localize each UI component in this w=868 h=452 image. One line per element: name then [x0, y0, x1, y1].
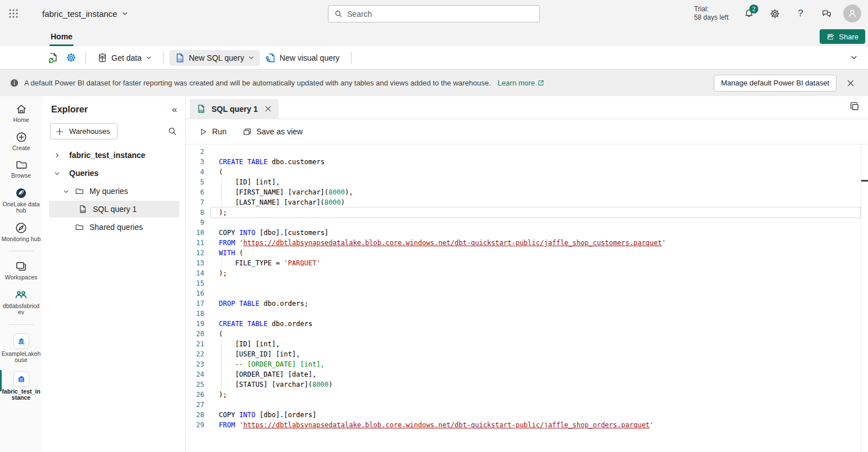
save-as-view-button[interactable]: Save as view — [237, 124, 308, 140]
line-number: 28 — [186, 410, 204, 420]
code-text: FILE_TYPE = 'PARQUET' — [219, 258, 321, 268]
line-number: 16 — [186, 288, 204, 299]
code-line-23[interactable]: 23 -- [ORDER_DATE] [int], — [186, 359, 868, 369]
tab-close-button[interactable] — [263, 104, 273, 114]
code-line-9[interactable]: 9 — [186, 218, 868, 228]
onelake-icon — [15, 187, 28, 200]
banner-close-button[interactable] — [842, 75, 859, 92]
save-as-view-icon — [242, 127, 252, 137]
code-line-10[interactable]: 10COPY INTO [dbo].[customers] — [186, 228, 868, 238]
feedback-button[interactable] — [817, 4, 835, 22]
line-number: 22 — [186, 349, 204, 359]
nav-browse[interactable]: Browse — [0, 159, 42, 179]
code-line-13[interactable]: 13 FILE_TYPE = 'PARQUET' — [186, 258, 868, 268]
workspaces-icon — [15, 260, 28, 273]
waffle-menu-icon[interactable] — [0, 0, 27, 27]
query-editor-area: SQL SQL query 1 — [186, 96, 868, 452]
sql-file-icon: SQL — [78, 205, 87, 214]
editor-scrollbar[interactable] — [861, 144, 868, 452]
tree-item-warehouse-root[interactable]: fabric_test_instance — [42, 146, 185, 164]
account-avatar[interactable] — [843, 4, 861, 22]
people-icon — [15, 288, 28, 301]
tab-sql-query-1[interactable]: SQL SQL query 1 — [190, 99, 278, 119]
collapse-panel-icon[interactable]: « — [172, 104, 177, 115]
nav-onelake-data-hub[interactable]: OneLake data hub — [0, 187, 42, 214]
new-visual-query-button[interactable]: New visual query — [260, 50, 345, 66]
code-line-20[interactable]: 20( — [186, 329, 868, 339]
collapse-ribbon-button[interactable] — [850, 53, 858, 61]
nav-item-fabric-test-instance[interactable]: fabric_test_instance — [0, 371, 42, 401]
code-line-4[interactable]: 4( — [186, 167, 868, 177]
nav-home[interactable]: Home — [0, 103, 42, 124]
code-line-17[interactable]: 17DROP TABLE dbo.orders; — [186, 299, 868, 309]
code-line-28[interactable]: 28COPY INTO [dbo].[orders] — [186, 410, 868, 420]
nav-workspace-dbtlabsfabricdev[interactable]: dbtlabsfabricdev — [0, 288, 42, 316]
tree-item-queries[interactable]: Queries — [42, 164, 185, 182]
code-line-16[interactable]: 16 — [186, 288, 868, 299]
code-text: ); — [219, 268, 227, 278]
left-nav-rail: Home Create Browse OneLake data hub — [0, 96, 42, 452]
code-line-27[interactable]: 27 — [186, 400, 868, 410]
nav-item-examplelakehouse[interactable]: ExampleLakehouse — [0, 333, 42, 364]
chevron-right-icon — [54, 152, 60, 159]
code-line-22[interactable]: 22 [USER_ID] [int], — [186, 349, 868, 359]
play-icon — [199, 128, 208, 136]
ribbon-settings-button[interactable] — [62, 49, 80, 66]
new-sql-query-button[interactable]: SQL New SQL query — [169, 50, 260, 66]
code-line-8[interactable]: 8); — [186, 207, 868, 218]
tab-home[interactable]: Home — [46, 27, 77, 46]
code-line-3[interactable]: 3CREATE TABLE dbo.customers — [186, 157, 868, 167]
nav-monitoring-hub[interactable]: Monitoring hub — [0, 222, 42, 243]
code-line-19[interactable]: 19CREATE TABLE dbo.orders — [186, 319, 868, 329]
code-line-26[interactable]: 26); — [186, 390, 868, 400]
nav-workspaces[interactable]: Workspaces — [0, 260, 42, 281]
refresh-report-button[interactable] — [44, 49, 62, 66]
manage-dataset-button[interactable]: Manage default Power BI dataset — [714, 75, 836, 92]
copy-button[interactable] — [849, 101, 860, 112]
code-line-11[interactable]: 11FROM 'https://dbtlabsynapsedatalake.bl… — [186, 238, 868, 248]
code-line-24[interactable]: 24 [ORDER_DATE] [date], — [186, 369, 868, 379]
folder-icon — [75, 223, 84, 232]
code-line-18[interactable]: 18 — [186, 309, 868, 319]
notifications-button[interactable]: 2 — [740, 4, 758, 22]
code-line-6[interactable]: 6 [FIRST_NAME] [varchar](8000), — [186, 187, 868, 197]
tree-item-shared-queries[interactable]: Shared queries — [42, 218, 185, 236]
line-number: 5 — [186, 177, 204, 187]
workspace-selector[interactable]: fabric_test_instance — [42, 9, 128, 19]
add-warehouses-button[interactable]: Warehouses — [50, 123, 118, 139]
info-icon — [10, 79, 19, 87]
lakehouse-icon — [14, 333, 29, 349]
code-line-5[interactable]: 5 [ID] [int], — [186, 177, 868, 187]
global-search[interactable] — [328, 5, 540, 22]
code-line-29[interactable]: 29FROM 'https://dbtlabsynapsedatalake.bl… — [186, 420, 868, 430]
code-text: ); — [219, 207, 227, 218]
help-button[interactable]: ? — [791, 4, 809, 22]
code-line-2[interactable]: 2 — [186, 147, 868, 157]
line-number: 29 — [186, 420, 204, 430]
code-line-7[interactable]: 7 [LAST_NAME] [varchar](8000) — [186, 197, 868, 207]
dataset-info-banner: A default Power BI dataset for faster re… — [0, 70, 868, 96]
explorer-search-button[interactable] — [168, 126, 177, 136]
code-line-21[interactable]: 21 [ID] [int], — [186, 339, 868, 349]
code-line-25[interactable]: 25 [STATUS] [varchar](8000) — [186, 379, 868, 390]
tree-item-sql-query-1[interactable]: SQL SQL query 1 — [42, 200, 185, 218]
line-number: 25 — [186, 379, 204, 390]
nav-create[interactable]: Create — [0, 131, 42, 152]
plus-icon — [56, 128, 64, 135]
code-line-12[interactable]: 12WITH ( — [186, 248, 868, 258]
code-line-14[interactable]: 14); — [186, 268, 868, 278]
share-icon — [826, 33, 835, 41]
tree-item-my-queries[interactable]: My queries — [42, 182, 185, 200]
sql-code-editor[interactable]: 23CREATE TABLE dbo.customers4(5 [ID] [in… — [186, 144, 868, 452]
search-input[interactable] — [347, 10, 534, 19]
line-number: 9 — [186, 218, 204, 228]
chevron-down-icon — [146, 55, 152, 61]
settings-button[interactable] — [766, 4, 784, 22]
learn-more-link[interactable]: Learn more — [498, 79, 545, 87]
run-button[interactable]: Run — [194, 124, 232, 139]
share-button[interactable]: Share — [820, 29, 865, 44]
feedback-icon — [821, 8, 832, 19]
code-line-15[interactable]: 15 — [186, 278, 868, 288]
svg-text:SQL: SQL — [177, 58, 183, 61]
get-data-button[interactable]: Get data — [92, 50, 158, 66]
